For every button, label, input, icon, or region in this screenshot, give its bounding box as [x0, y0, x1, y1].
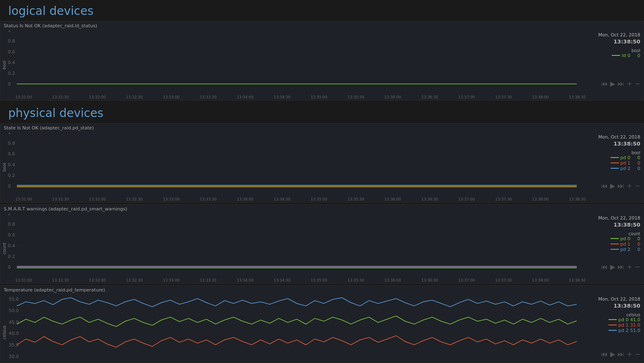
legend-pd-smart: count pd 0 0 pd 1 0: [589, 232, 640, 252]
chart-ld-status-body: bool 1 0.8 0.6 0.4: [0, 30, 644, 100]
chart-pd-state-inner: 1 0.8 0.6 0.4 0.2 0 13:31:00 13:31:30: [8, 132, 586, 202]
svg-text:0.8: 0.8: [8, 141, 15, 145]
chart-pd-temp-body: celsius 55.0 50.0: [0, 294, 644, 363]
ctrl-play[interactable]: ▶: [610, 80, 615, 88]
chart-pd-state-panel: Mon, Oct 22, 2018 13:38:50 bool pd 0 0 p…: [586, 132, 644, 202]
chart-pd-smart-inner: 1 0.8 0.6 0.4 0.2 0 13:31:00 13:31:30 13…: [8, 213, 586, 283]
ctrl-play-pd-smart[interactable]: ▶: [610, 263, 615, 271]
svg-text:50.0: 50.0: [9, 308, 19, 313]
svg-text:0: 0: [8, 81, 11, 86]
x-axis-pd-state: 13:31:00 13:31:30 13:32:00 13:32:30 13:3…: [15, 196, 586, 202]
svg-text:1: 1: [8, 30, 11, 33]
physical-title: physical devices: [0, 102, 644, 122]
legend-row-pd-temp-1: pd 1 31.0: [589, 322, 640, 328]
chart-pd-temp: Temperature (adaptec_raid.pd_temperature…: [0, 285, 644, 363]
svg-text:0.4: 0.4: [8, 243, 15, 248]
legend-row-pd-temp-2: pd 2 51.0: [589, 328, 640, 333]
svg-text:0.6: 0.6: [8, 232, 15, 237]
svg-text:30.0: 30.0: [9, 354, 19, 358]
ctrl-plus-pd-temp[interactable]: +: [627, 350, 632, 358]
ctrl-minus[interactable]: −: [635, 80, 640, 88]
legend-ld-status: bool ld 0 0: [589, 48, 640, 58]
legend-pd-temp: celsius pd 0 41.0 pd 1 31.0: [589, 313, 640, 333]
page-wrapper: logical devices Status Is Not OK (adapte…: [0, 0, 644, 363]
ctrl-plus-pd-state[interactable]: +: [627, 182, 632, 190]
chart-pd-smart-title: S.M.A.R.T warnings (adaptec_raid.pd_smar…: [0, 205, 644, 213]
chart-pd-state-svg: 1 0.8 0.6 0.4 0.2 0: [8, 132, 586, 196]
ctrl-ffwd[interactable]: ⏭: [618, 80, 624, 88]
svg-text:55.0: 55.0: [9, 296, 19, 301]
ctrl-plus[interactable]: +: [627, 80, 632, 88]
chart-pd-smart-panel: Mon, Oct 22, 2018 13:38:50 count pd 0 0 …: [586, 213, 644, 283]
y-axis-pd-state: bool: [0, 132, 8, 202]
datetime-pd-state: Mon, Oct 22, 2018 13:38:50: [589, 134, 640, 148]
y-axis-bool-label: bool: [0, 30, 8, 100]
x-axis-ld-status: 13:31:00 13:31:30 13:32:00 13:32:30 13:3…: [15, 94, 586, 100]
ctrl-plus-pd-smart[interactable]: +: [627, 263, 632, 271]
physical-section: physical devices State Is Not OK (adapte…: [0, 102, 644, 363]
chart-pd-smart: S.M.A.R.T warnings (adaptec_raid.pd_smar…: [0, 204, 644, 284]
y-axis-pd-temp: celsius: [0, 294, 8, 363]
chart-pd-state-body: bool 1 0.8 0.6 0.4 0.2 0: [0, 132, 644, 202]
legend-row-pd-smart-0: pd 0 0: [589, 236, 640, 241]
ctrl-rewind-pd-smart[interactable]: ⏮: [601, 263, 608, 271]
legend-row-pd-state-0: pd 0 0: [589, 155, 640, 160]
chart-pd-temp-title: Temperature (adaptec_raid.pd_temperature…: [0, 286, 644, 294]
chart-pd-temp-svg: 55.0 50.0 45.0 40.0 35.0 30.0: [8, 294, 586, 363]
ctrl-rewind-pd-state[interactable]: ⏮: [601, 182, 608, 190]
svg-text:0: 0: [8, 265, 11, 269]
svg-text:0.2: 0.2: [8, 71, 15, 75]
svg-text:0: 0: [8, 184, 11, 188]
svg-text:0.4: 0.4: [8, 60, 15, 64]
svg-text:0.6: 0.6: [8, 49, 15, 54]
controls-pd-smart[interactable]: ⏮ ▶ ⏭ + −: [601, 263, 640, 271]
svg-text:0.6: 0.6: [8, 151, 15, 156]
datetime-pd-smart: Mon, Oct 22, 2018 13:38:50: [589, 215, 640, 229]
ctrl-ffwd-pd-state[interactable]: ⏭: [618, 182, 624, 190]
datetime-ld-status: Mon, Oct 22, 2018 13:38:50: [589, 32, 640, 46]
legend-row-ld0: ld 0 0: [589, 53, 640, 58]
datetime-pd-temp: Mon, Oct 22, 2018 13:38:50: [589, 296, 640, 310]
ctrl-minus-pd-temp[interactable]: −: [635, 350, 640, 358]
logical-title: logical devices: [0, 0, 644, 19]
chart-ld-status-inner: 1 0.8 0.6 0.4 0.2 0 13:31:00 13:31:30 13…: [8, 30, 586, 100]
legend-row-pd-state-2: pd 2 0: [589, 166, 640, 171]
svg-text:1: 1: [8, 132, 11, 135]
svg-text:0.8: 0.8: [8, 222, 15, 226]
chart-pd-state: State Is Not OK (adaptec_raid.pd_state) …: [0, 123, 644, 203]
legend-row-pd-smart-2: pd 2 0: [589, 247, 640, 252]
chart-ld-status-svg: 1 0.8 0.6 0.4 0.2 0: [8, 30, 586, 94]
svg-text:0.2: 0.2: [8, 254, 15, 258]
chart-pd-smart-body: count 1 0.8 0.6 0.4 0.2 0: [0, 213, 644, 283]
ctrl-minus-pd-smart[interactable]: −: [635, 263, 640, 271]
ctrl-rewind-pd-temp[interactable]: ⏮: [601, 350, 608, 358]
ctrl-ffwd-pd-temp[interactable]: ⏭: [618, 350, 624, 358]
x-axis-pd-smart: 13:31:00 13:31:30 13:32:00 13:32:30 13:3…: [15, 277, 586, 283]
logical-section: logical devices Status Is Not OK (adapte…: [0, 0, 644, 100]
ctrl-minus-pd-state[interactable]: −: [635, 182, 640, 190]
legend-row-pd-smart-1: pd 1 0: [589, 241, 640, 247]
svg-text:0.8: 0.8: [8, 38, 15, 43]
controls-pd-state[interactable]: ⏮ ▶ ⏭ + −: [601, 182, 640, 190]
ctrl-play-pd-temp[interactable]: ▶: [610, 350, 615, 358]
controls-ld-status[interactable]: ⏮ ▶ ⏭ + −: [601, 80, 640, 88]
y-axis-pd-smart: count: [0, 213, 8, 283]
chart-pd-smart-svg: 1 0.8 0.6 0.4 0.2 0: [8, 213, 586, 277]
chart-pd-temp-inner: 55.0 50.0 45.0 40.0 35.0 30.0: [8, 294, 586, 363]
chart-ld-status-panel: Mon, Oct 22, 2018 13:38:50 bool ld 0 0 ⏮: [586, 30, 644, 100]
legend-line-ld0: [612, 55, 620, 56]
svg-text:40.0: 40.0: [9, 331, 19, 335]
chart-ld-status: Status Is Not OK (adaptec_raid.ld_status…: [0, 21, 644, 100]
ctrl-ffwd-pd-smart[interactable]: ⏭: [618, 263, 624, 271]
controls-pd-temp[interactable]: ⏮ ▶ ⏭ + −: [601, 350, 640, 358]
legend-row-pd-temp-0: pd 0 41.0: [589, 317, 640, 322]
ctrl-play-pd-state[interactable]: ▶: [610, 182, 615, 190]
svg-text:1: 1: [8, 213, 11, 216]
legend-row-pd-state-1: pd 1 0: [589, 160, 640, 166]
legend-pd-state: bool pd 0 0 pd 1 0 p: [589, 150, 640, 171]
ctrl-rewind[interactable]: ⏮: [601, 80, 608, 88]
chart-ld-status-title: Status Is Not OK (adaptec_raid.ld_status…: [0, 21, 644, 30]
svg-text:0.4: 0.4: [8, 162, 15, 167]
chart-pd-state-title: State Is Not OK (adaptec_raid.pd_state): [0, 124, 644, 132]
svg-text:0.2: 0.2: [8, 173, 15, 177]
